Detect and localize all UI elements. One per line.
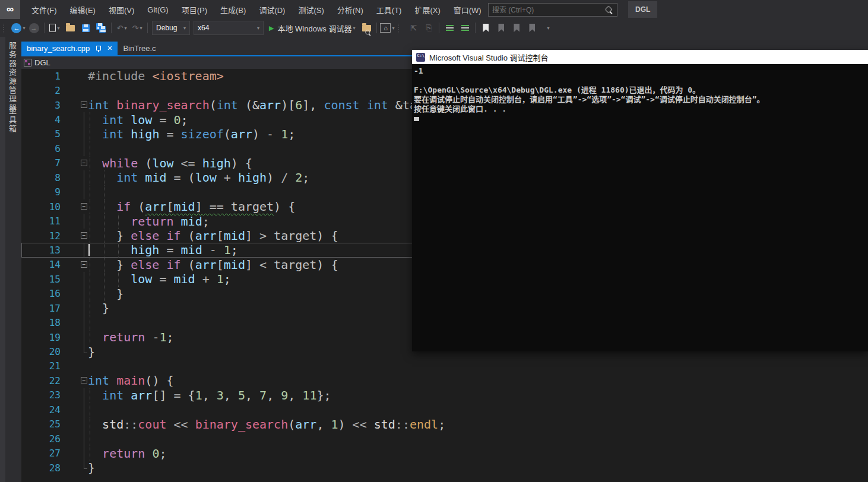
menu-item-10[interactable]: 工具(T) — [370, 0, 408, 19]
fold-collapse-icon[interactable]: − — [81, 261, 87, 268]
menu-item-5[interactable]: 项目(P) — [175, 0, 214, 19]
fold-margin[interactable] — [61, 359, 88, 373]
quick-search-box[interactable] — [488, 3, 617, 17]
menu-item-1[interactable]: 文件(F) — [25, 0, 64, 19]
line-number[interactable]: 4 — [21, 114, 61, 125]
fold-collapse-icon[interactable]: − — [81, 102, 87, 108]
fold-collapse-icon[interactable]: − — [81, 203, 87, 210]
fold-margin[interactable] — [61, 330, 88, 344]
code-line-28[interactable]: 28} — [21, 461, 868, 475]
solution-explorer-home-button[interactable]: ⌂▾ — [380, 21, 394, 35]
new-file-button[interactable]: ▾ — [47, 21, 62, 35]
menu-item-3[interactable]: 视图(V) — [102, 0, 141, 19]
solution-platform-dropdown[interactable]: x64▾ — [194, 21, 264, 35]
pin-icon[interactable] — [95, 45, 102, 52]
menu-item-6[interactable]: 生成(B) — [214, 0, 252, 19]
sidebar-item-toolbox[interactable]: 工具箱 — [7, 107, 18, 134]
menu-item-9[interactable]: 分析(N) — [331, 0, 370, 19]
start-debugging-button[interactable]: ▶ 本地 Windows 调试器 ▾ — [265, 21, 359, 35]
close-icon[interactable]: ✕ — [107, 45, 112, 52]
undo-button[interactable]: ↶▾ — [115, 21, 129, 35]
menu-item-8[interactable]: 测试(S) — [292, 0, 330, 19]
menu-item-7[interactable]: 调试(D) — [252, 0, 292, 19]
find-in-files-button[interactable] — [359, 21, 373, 35]
code-line-27[interactable]: 27 return 0; — [21, 446, 868, 460]
redo-button[interactable]: ↷▾ — [130, 21, 144, 35]
line-number[interactable]: 11 — [21, 215, 61, 227]
fold-margin[interactable] — [61, 301, 88, 315]
console-title-bar[interactable]: Microsoft Visual Studio 调试控制台 — [412, 50, 868, 64]
line-number[interactable]: 6 — [21, 143, 61, 154]
code-line-21[interactable]: 21 — [21, 359, 868, 373]
code-line-23[interactable]: 23 int arr[] = {1, 3, 5, 7, 9, 11}; — [21, 388, 868, 402]
fold-margin[interactable] — [61, 388, 88, 402]
line-number[interactable]: 3 — [21, 100, 61, 111]
line-number[interactable]: 22 — [21, 375, 61, 386]
line-number[interactable]: 15 — [21, 274, 61, 285]
fold-margin[interactable] — [61, 83, 88, 97]
line-number[interactable]: 8 — [21, 172, 61, 183]
fold-margin[interactable] — [61, 127, 88, 141]
toolbar-grip[interactable] — [398, 23, 404, 33]
menu-item-4[interactable]: Git(G) — [141, 0, 175, 19]
sidebar-item-server-explorer[interactable]: 服务器资源管理器 — [7, 42, 18, 113]
line-number[interactable]: 18 — [21, 317, 61, 328]
code-line-22[interactable]: 22−int main() { — [21, 373, 868, 388]
fold-margin[interactable] — [61, 112, 88, 126]
menu-item-12[interactable]: 窗口(W) — [447, 0, 488, 19]
indent-button[interactable] — [442, 21, 457, 35]
next-bookmark-button[interactable] — [509, 21, 524, 35]
line-number[interactable]: 7 — [21, 157, 61, 169]
fold-margin[interactable] — [61, 170, 88, 185]
fold-margin[interactable] — [61, 344, 88, 359]
save-all-button[interactable] — [94, 21, 108, 35]
search-input[interactable] — [489, 6, 604, 14]
sync-with-active-document-button[interactable]: ⇱ — [406, 21, 420, 35]
fold-margin[interactable]: − — [61, 229, 88, 243]
fold-margin[interactable]: − — [61, 156, 88, 170]
previous-bookmark-button[interactable] — [494, 21, 508, 35]
fold-margin[interactable] — [61, 432, 88, 446]
fold-margin[interactable] — [61, 69, 88, 83]
console-output[interactable]: -1 F:\OpenGL\Source\x64\Debug\DGL.exe (进… — [412, 64, 868, 351]
navigate-forward-button[interactable]: → — [27, 21, 41, 35]
fold-margin[interactable] — [61, 214, 88, 228]
line-number[interactable]: 16 — [21, 288, 61, 299]
fold-margin[interactable] — [61, 272, 88, 286]
line-number[interactable]: 20 — [21, 346, 61, 357]
navigate-back-button[interactable]: ←▾ — [11, 21, 26, 35]
line-number[interactable]: 14 — [21, 259, 61, 270]
fold-collapse-icon[interactable]: − — [81, 377, 87, 383]
fold-margin[interactable]: − — [61, 98, 88, 112]
fold-margin[interactable] — [61, 315, 88, 329]
line-number[interactable]: 27 — [21, 448, 61, 459]
line-number[interactable]: 28 — [21, 462, 61, 474]
line-number[interactable]: 17 — [21, 303, 61, 314]
fold-margin[interactable] — [61, 461, 88, 475]
tab-BinTree.c[interactable]: BinTree.c — [118, 42, 161, 55]
code-line-26[interactable]: 26 — [21, 432, 868, 446]
line-number[interactable]: 23 — [21, 389, 61, 401]
line-number[interactable]: 10 — [21, 201, 61, 213]
tab-binary_search.cpp[interactable]: binary_search.cpp✕ — [21, 42, 118, 55]
fold-collapse-icon[interactable]: − — [81, 232, 87, 239]
fold-margin[interactable] — [61, 402, 88, 417]
toolbar-overflow-button[interactable]: ▾ — [540, 21, 555, 35]
fold-margin[interactable]: − — [61, 199, 88, 214]
line-number[interactable]: 19 — [21, 332, 61, 343]
line-number[interactable]: 12 — [21, 230, 61, 242]
fold-margin[interactable] — [61, 185, 88, 199]
fold-collapse-icon[interactable]: − — [81, 160, 87, 166]
breadcrumb[interactable]: DGL — [34, 58, 50, 67]
line-number[interactable]: 5 — [21, 128, 61, 139]
toolbar-grip[interactable] — [3, 23, 9, 33]
fold-margin[interactable] — [61, 287, 88, 301]
line-number[interactable]: 1 — [21, 71, 61, 82]
search-icon[interactable] — [604, 5, 614, 15]
fold-margin[interactable]: − — [61, 373, 88, 388]
line-number[interactable]: 2 — [21, 85, 61, 96]
toggle-bookmark-button[interactable] — [479, 21, 493, 35]
solution-configuration-dropdown[interactable]: Debug▾ — [152, 21, 190, 35]
fold-margin[interactable]: − — [61, 258, 88, 272]
line-number[interactable]: 9 — [21, 186, 61, 198]
